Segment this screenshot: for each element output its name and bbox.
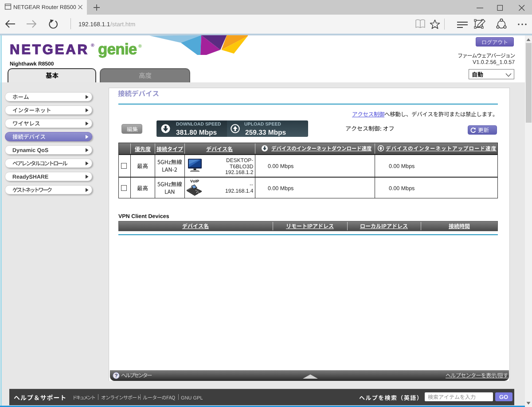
svg-text:?: ?: [114, 373, 117, 378]
